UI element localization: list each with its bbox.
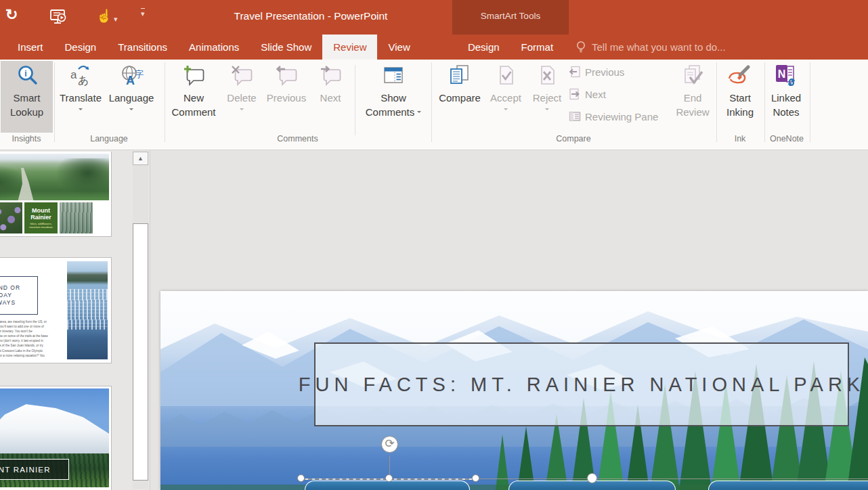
thumbnail1-title: Mount Rainier bbox=[24, 207, 58, 221]
show-comments-button[interactable]: Show Comments bbox=[357, 61, 429, 133]
language-button[interactable]: A 字 Language bbox=[106, 61, 157, 133]
smart-lookup-icon: i bbox=[15, 61, 39, 91]
slide-thumbnail-3[interactable]: MOUNT RAINIER bbox=[0, 386, 112, 490]
end-review-button[interactable]: End Review bbox=[672, 61, 713, 133]
reject-button[interactable]: Reject bbox=[529, 61, 565, 133]
rotation-handle[interactable]: ⟳ bbox=[381, 436, 398, 453]
language-dropdown-icon bbox=[129, 108, 133, 112]
slide-title-text: FUN FACTS: MT. RAINIER NATIONAL PARK bbox=[299, 374, 865, 396]
slide-editor-area: FUN FACTS: MT. RAINIER NATIONAL PARK ⟳ bbox=[151, 150, 868, 490]
tell-me-placeholder: Tell me what you want to do... bbox=[592, 41, 726, 53]
slide-title-box[interactable]: FUN FACTS: MT. RAINIER NATIONAL PARK bbox=[314, 342, 849, 426]
tab-slide-show[interactable]: Slide Show bbox=[250, 35, 322, 60]
svg-text:i: i bbox=[24, 69, 26, 79]
delete-comment-icon bbox=[230, 61, 253, 91]
thumbnail-panel-scrollbar[interactable]: ▲ bbox=[133, 152, 148, 489]
reject-icon bbox=[536, 61, 559, 91]
selection-handle-top-left[interactable] bbox=[297, 474, 305, 482]
ribbon-tab-row: Insert Design Transitions Animations Sli… bbox=[0, 35, 868, 60]
tab-smartart-design[interactable]: Design bbox=[457, 35, 511, 60]
tab-design[interactable]: Design bbox=[54, 35, 108, 60]
next-comment-icon bbox=[319, 61, 342, 91]
group-label-onenote: OneNote bbox=[764, 134, 809, 148]
tell-me-box[interactable]: Tell me what you want to do... bbox=[576, 35, 726, 60]
thumbnail1-title-tile: Mount Rainier hikes, wildflowers, mounta… bbox=[24, 202, 58, 233]
svg-text:字: 字 bbox=[135, 69, 144, 79]
end-review-icon bbox=[680, 61, 705, 91]
tab-review[interactable]: Review bbox=[322, 35, 377, 60]
tab-insert[interactable]: Insert bbox=[7, 35, 54, 60]
translate-button[interactable]: a あ Translate bbox=[60, 61, 102, 133]
group-separator bbox=[810, 62, 810, 142]
slide-thumbnail-1[interactable]: Mount Rainier hikes, wildflowers, mounta… bbox=[0, 152, 112, 237]
thumbnail2-marina-photo bbox=[67, 261, 108, 359]
group-label-insights: Insights bbox=[0, 134, 53, 148]
delete-comment-button[interactable]: Delete bbox=[222, 61, 261, 133]
language-label: Language bbox=[109, 91, 154, 105]
tab-animations[interactable]: Animations bbox=[178, 35, 250, 60]
tab-smartart-format[interactable]: Format bbox=[511, 35, 565, 60]
translate-label: Translate bbox=[60, 91, 102, 105]
svg-text:a: a bbox=[70, 68, 77, 81]
previous-comment-button[interactable]: Previous bbox=[264, 61, 309, 133]
svg-text:A: A bbox=[126, 74, 135, 87]
slide-canvas[interactable]: FUN FACTS: MT. RAINIER NATIONAL PARK ⟳ bbox=[160, 291, 868, 490]
next-change-label: Next bbox=[585, 89, 606, 100]
reviewing-pane-icon bbox=[569, 110, 581, 122]
slide-thumbnail-panel: Mount Rainier hikes, wildflowers, mounta… bbox=[0, 150, 150, 490]
accept-icon bbox=[494, 61, 517, 91]
accept-label: Accept bbox=[490, 91, 521, 105]
in-group-separator bbox=[355, 65, 355, 135]
scrollbar-up-button[interactable]: ▲ bbox=[133, 152, 148, 165]
tab-transitions[interactable]: Transitions bbox=[107, 35, 178, 60]
translate-icon: a あ bbox=[68, 61, 93, 91]
accept-dropdown-icon bbox=[504, 108, 508, 112]
previous-change-button[interactable]: Previous bbox=[569, 66, 624, 78]
compare-icon bbox=[448, 61, 472, 91]
reject-label: Reject bbox=[533, 91, 562, 105]
scrollbar-thumb[interactable] bbox=[133, 223, 148, 481]
smart-lookup-button[interactable]: i Smart Lookup bbox=[1, 61, 53, 133]
svg-text:N: N bbox=[778, 68, 786, 80]
start-inking-button[interactable]: Start Inking bbox=[719, 61, 761, 133]
next-comment-label: Next bbox=[320, 91, 341, 105]
group-label-comments: Comments bbox=[165, 134, 431, 148]
accept-button[interactable]: Accept bbox=[485, 61, 527, 133]
reviewing-pane-button[interactable]: Reviewing Pane bbox=[569, 110, 658, 122]
end-review-label: End Review bbox=[672, 91, 713, 119]
previous-change-label: Previous bbox=[585, 66, 624, 78]
lightbulb-icon bbox=[576, 41, 586, 54]
show-comments-dropdown-icon bbox=[417, 111, 421, 115]
tab-view[interactable]: View bbox=[377, 35, 420, 60]
group-label-language: Language bbox=[54, 134, 164, 148]
thumbnail1-subtitle: hikes, wildflowers, mountain meadows bbox=[28, 222, 55, 229]
previous-comment-label: Previous bbox=[267, 91, 306, 105]
group-separator bbox=[165, 62, 165, 142]
new-comment-label: New Comment bbox=[169, 91, 218, 119]
reviewing-pane-label: Reviewing Pane bbox=[585, 111, 658, 122]
group-separator bbox=[431, 62, 432, 142]
smartart-frame-handle-top[interactable] bbox=[587, 473, 597, 483]
compare-label: Compare bbox=[439, 91, 481, 105]
slide-thumbnail-2[interactable]: WEEKEND OR HOLIDAY GETAWAYS n the area, … bbox=[0, 257, 112, 363]
selection-handle-top-center[interactable] bbox=[385, 474, 393, 482]
next-comment-button[interactable]: Next bbox=[311, 61, 349, 133]
smartart-shape-1[interactable] bbox=[305, 481, 470, 490]
show-comments-label: Show Comments bbox=[362, 91, 425, 119]
smartart-shape-3[interactable] bbox=[708, 481, 868, 490]
thumbnail3-title-label: MOUNT RAINIER bbox=[0, 459, 69, 480]
language-icon: A 字 bbox=[118, 61, 144, 91]
translate-dropdown-icon bbox=[79, 108, 83, 112]
linked-notes-button[interactable]: N Linked Notes bbox=[766, 61, 806, 133]
compare-button[interactable]: Compare bbox=[437, 61, 483, 133]
new-comment-button[interactable]: New Comment bbox=[169, 61, 218, 133]
selection-handle-top-right[interactable] bbox=[472, 474, 479, 482]
linked-notes-icon: N bbox=[774, 61, 798, 91]
scroll-up-icon: ▲ bbox=[137, 155, 144, 162]
group-separator bbox=[54, 62, 55, 142]
thumbnail3-rainier-photo: MOUNT RAINIER bbox=[0, 388, 109, 487]
previous-change-icon bbox=[569, 66, 581, 78]
smart-lookup-label: Smart Lookup bbox=[6, 91, 48, 119]
ribbon-review: i Smart Lookup Insights a あ Translate A … bbox=[0, 60, 868, 150]
next-change-button[interactable]: Next bbox=[569, 88, 606, 100]
